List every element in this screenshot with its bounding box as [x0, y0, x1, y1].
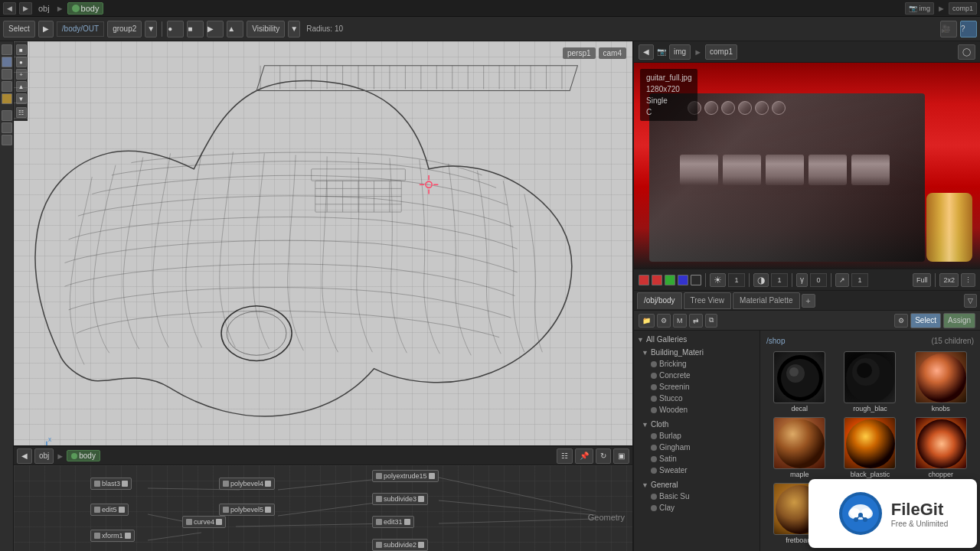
mat-tab-tree[interactable]: Tree View [684, 292, 731, 309]
cloth-header[interactable]: ▼ Cloth [639, 419, 755, 430]
left-tool-8[interactable] [2, 135, 12, 145]
bottom-obj[interactable]: obj [34, 448, 54, 464]
node-polybevel4[interactable]: polybevel4 [219, 478, 275, 490]
mat-tab-palette[interactable]: Material Palette [733, 292, 799, 309]
bottom-breadcrumb-body[interactable]: body [67, 450, 100, 461]
bottom-nav-back[interactable]: ◀ [17, 448, 32, 464]
gallery-item-gingham[interactable]: Gingham [639, 442, 755, 453]
mat-item-decal[interactable]: decal [766, 351, 832, 412]
gallery-item-basicsu[interactable]: Basic Su [639, 491, 755, 502]
mat-tab-body[interactable]: /obj/body [637, 292, 682, 309]
iv-img-btn[interactable]: img [669, 44, 691, 60]
select-icon-btn[interactable]: ▶ [38, 21, 54, 37]
ct-contrast-btn[interactable]: ◑ [753, 273, 769, 287]
tool-btn-3[interactable]: ▶ [207, 21, 224, 37]
left-tool-select[interactable] [2, 44, 12, 55]
persp-label[interactable]: persp1 [563, 47, 596, 59]
left-tool-4[interactable] [2, 81, 12, 92]
left-tool-5[interactable] [2, 93, 12, 104]
comp-tab[interactable]: comp1 [949, 2, 977, 15]
ct-light-btn[interactable]: ☀ [710, 273, 726, 287]
gallery-item-stucco[interactable]: Stucco [639, 393, 755, 404]
ct-grid-btn[interactable]: 2x2 [939, 273, 959, 287]
all-galleries-header[interactable]: ▼ All Galleries [634, 334, 760, 345]
breadcrumb-obj[interactable]: obj [35, 2, 53, 15]
bottom-reload-btn[interactable]: ↻ [596, 448, 611, 464]
swatch-red[interactable] [639, 275, 649, 285]
camera-btn[interactable]: 🎥 [940, 21, 957, 37]
node-edit5[interactable]: edit5 [90, 504, 129, 516]
node-connector-in [376, 496, 382, 502]
group-arrow-btn[interactable]: ▼ [145, 21, 157, 37]
img-tab[interactable]: 📷 img [905, 2, 934, 15]
mt-arrow-btn[interactable]: ⇄ [689, 314, 703, 328]
cam-label[interactable]: cam4 [599, 47, 626, 59]
swatch-dark[interactable] [691, 275, 701, 285]
node-polyextrude15[interactable]: polyextrude15 [372, 470, 439, 482]
mat-item-knobs[interactable]: knobs [908, 351, 974, 412]
mat-item-maple[interactable]: maple [766, 417, 832, 478]
iv-expand-btn[interactable]: ◯ [958, 44, 975, 60]
left-tool-3[interactable] [2, 69, 12, 80]
ct-display-btn[interactable]: Full [913, 273, 932, 287]
ct-arrow-btn[interactable]: ↗ [835, 273, 849, 287]
swatch-green[interactable] [665, 275, 675, 285]
gallery-item-clay[interactable]: Clay [639, 502, 755, 514]
mat-item-rough[interactable]: rough_blac [837, 351, 903, 412]
gallery-item-burlap[interactable]: Burlap [639, 430, 755, 442]
mt-m-btn[interactable]: M [673, 314, 687, 328]
node-curve4[interactable]: curve4 [182, 516, 226, 528]
building-header[interactable]: ▼ Building_Materi [639, 347, 755, 358]
visibility-btn[interactable]: Visibility [247, 21, 285, 37]
ct-num-4: 1 [851, 273, 868, 287]
mat-item-chopper[interactable]: chopper [908, 417, 974, 478]
nav-forward-btn[interactable]: ▶ [19, 2, 32, 15]
node-polybevel5[interactable]: polybevel5 [219, 504, 275, 516]
iv-comp-btn[interactable]: comp1 [705, 44, 737, 60]
tool-btn-4[interactable]: ▲ [227, 21, 243, 37]
gallery-item-bricking[interactable]: Bricking [639, 358, 755, 370]
iv-nav-back[interactable]: ◀ [639, 44, 654, 60]
viewport-3d[interactable]: y z x persp1 cam4 ■ ● + ▲ ▼ ☷ [14, 41, 632, 445]
bottom-pin-btn[interactable]: 📌 [575, 448, 593, 464]
node-edit31[interactable]: edit31 [372, 516, 414, 528]
ct-more-btn[interactable]: ⋮ [961, 273, 975, 287]
node-subdivide3[interactable]: subdivide3 [372, 493, 428, 505]
bottom-fit-btn[interactable]: ▣ [613, 448, 629, 464]
breadcrumb-body[interactable]: body [67, 2, 104, 15]
swatch-blue[interactable] [678, 275, 688, 285]
gallery-item-sweater[interactable]: Sweater [639, 465, 755, 476]
mat-tab-add[interactable]: + [802, 294, 815, 308]
gold-cylinder [926, 193, 972, 262]
filegit-tagline: Free & Unlimited [891, 520, 948, 528]
ct-gamma-btn[interactable]: γ [796, 273, 808, 287]
help-btn[interactable]: ? [960, 21, 977, 37]
bottom-layout-btn[interactable]: ☷ [557, 448, 573, 464]
gallery-item-screenin[interactable]: Screenin [639, 381, 755, 393]
mt-copy-btn[interactable]: ⧉ [705, 314, 717, 328]
select-mode-btn[interactable]: Select [3, 21, 35, 37]
node-xform1[interactable]: xform1 [90, 530, 135, 542]
visibility-arrow-btn[interactable]: ▼ [288, 21, 300, 37]
group-btn[interactable]: group2 [107, 21, 142, 37]
left-tool-7[interactable] [2, 122, 12, 133]
gallery-item-satin[interactable]: Satin [639, 453, 755, 465]
node-blast3[interactable]: blast3 [90, 478, 132, 490]
node-subdivide2[interactable]: subdivide2 [372, 539, 428, 551]
mt-folder-btn[interactable]: 📁 [639, 314, 655, 328]
mt-gear2-btn[interactable]: ⚙ [894, 314, 908, 328]
mat-item-black-plastic[interactable]: black_plastic [837, 417, 903, 478]
left-tool-2[interactable] [2, 57, 12, 67]
left-tool-6[interactable] [2, 110, 12, 121]
tool-btn-2[interactable]: ■ [187, 21, 204, 37]
tool-btn-1[interactable]: ● [167, 21, 184, 37]
gallery-item-wooden[interactable]: Wooden [639, 404, 755, 416]
mat-collapse-btn[interactable]: ▽ [964, 294, 977, 308]
mt-gear-btn[interactable]: ⚙ [657, 314, 671, 328]
mt-assign-btn[interactable]: Assign [943, 313, 975, 328]
general-header[interactable]: ▼ General [639, 479, 755, 491]
swatch-red2[interactable] [652, 275, 662, 285]
mt-select-btn[interactable]: Select [910, 313, 941, 328]
gallery-item-concrete[interactable]: Concrete [639, 370, 755, 381]
nav-back-btn[interactable]: ◀ [3, 2, 16, 15]
